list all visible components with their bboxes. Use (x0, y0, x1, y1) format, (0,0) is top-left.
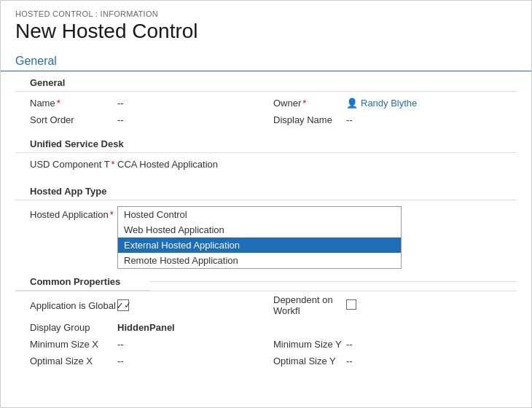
name-value: -- (117, 98, 273, 109)
common-props-divider (150, 281, 517, 282)
name-owner-row: Name* -- Owner* 👤 Randy Blythe (15, 95, 517, 111)
app-global-group: Application is Global ✓ (30, 299, 273, 311)
subsection-hosted-app: Hosted App Type (15, 180, 517, 200)
app-global-checkbox[interactable]: ✓ (117, 299, 273, 311)
min-size-x-label: Minimum Size X (30, 339, 117, 350)
name-required-star: * (57, 98, 60, 109)
hosted-application-row: Hosted Application* Hosted Control Web H… (15, 203, 517, 269)
sort-order-label: Sort Order (30, 114, 117, 125)
name-field-group: Name* -- (30, 98, 273, 109)
section-header-general: General (1, 50, 531, 71)
dependent-workfl-checkbox-icon[interactable] (346, 299, 356, 310)
usd-component-value: CCA Hosted Application (117, 159, 517, 170)
min-size-y-label: Minimum Size Y (273, 339, 346, 350)
dependent-workfl-checkbox[interactable] (346, 299, 517, 312)
hosted-application-dropdown[interactable]: Hosted Control Web Hosted Application Ex… (117, 206, 402, 269)
display-name-value: -- (346, 114, 517, 125)
usd-component-label: USD Component T* (30, 159, 117, 170)
dependent-workfl-group: Dependent on Workfl (273, 294, 517, 316)
common-properties-title: Common Properties (15, 272, 150, 291)
owner-value[interactable]: 👤 Randy Blythe (346, 98, 417, 109)
hosted-application-label: Hosted Application* (30, 206, 117, 220)
usd-required-star: * (112, 159, 115, 170)
dropdown-item-external-hosted[interactable]: External Hosted Application (118, 238, 401, 253)
dropdown-item-web-hosted[interactable]: Web Hosted Application (118, 222, 401, 238)
display-group-row: Display Group HiddenPanel (15, 319, 517, 336)
form-section-common-props: Application is Global ✓ Dependent on Wor… (1, 291, 531, 369)
page-container: HOSTED CONTROL : INFORMATION New Hosted … (0, 0, 532, 408)
name-label: Name* (30, 98, 117, 109)
optimal-size-y-label: Optimal Size Y (273, 356, 346, 366)
app-global-label: Application is Global (30, 300, 117, 311)
sort-order-value: -- (117, 114, 273, 125)
app-global-dependent-row: Application is Global ✓ Dependent on Wor… (15, 291, 517, 319)
common-properties-header-row: Common Properties (15, 272, 517, 291)
owner-required-star: * (302, 98, 306, 109)
optimal-size-y-value: -- (346, 356, 517, 366)
app-global-checkbox-icon[interactable]: ✓ (117, 299, 129, 311)
display-group-value: HiddenPanel (117, 322, 517, 333)
optimal-size-y-group: Optimal Size Y -- (273, 356, 517, 366)
breadcrumb: HOSTED CONTROL : INFORMATION (1, 1, 531, 20)
display-name-label: Display Name (273, 114, 346, 125)
hosted-app-required-star: * (110, 209, 114, 220)
optimal-size-x-label: Optimal Size X (30, 356, 117, 366)
min-size-x-value: -- (117, 339, 273, 350)
optimal-size-x-group: Optimal Size X -- (30, 356, 273, 366)
person-icon: 👤 (346, 98, 358, 109)
min-size-y-value: -- (346, 339, 517, 350)
owner-label: Owner* (273, 98, 346, 109)
display-name-group: Display Name -- (273, 114, 517, 125)
form-section-general: General Name* -- Owner* 👤 Randy Blythe (1, 71, 531, 269)
min-size-y-group: Minimum Size Y -- (273, 339, 517, 350)
subsection-general: General (15, 71, 517, 92)
sort-display-row: Sort Order -- Display Name -- (15, 111, 517, 128)
subsection-usd: Unified Service Desk (15, 133, 517, 153)
optimal-size-x-value: -- (117, 356, 273, 366)
owner-field-group: Owner* 👤 Randy Blythe (273, 98, 517, 109)
sort-order-group: Sort Order -- (30, 114, 273, 125)
min-size-row: Minimum Size X -- Minimum Size Y -- (15, 336, 517, 353)
display-group-field: Display Group HiddenPanel (30, 322, 517, 333)
min-size-x-group: Minimum Size X -- (30, 339, 273, 350)
dropdown-item-hosted-control[interactable]: Hosted Control (118, 207, 401, 222)
usd-component-row: USD Component T* CCA Hosted Application (15, 156, 517, 173)
dependent-workfl-label: Dependent on Workfl (273, 294, 346, 316)
dropdown-item-remote-hosted[interactable]: Remote Hosted Application (118, 253, 401, 268)
display-group-label: Display Group (30, 322, 117, 333)
page-title: New Hosted Control (1, 20, 531, 50)
usd-component-group: USD Component T* CCA Hosted Application (30, 159, 517, 170)
optimal-size-row: Optimal Size X -- Optimal Size Y -- (15, 353, 517, 369)
